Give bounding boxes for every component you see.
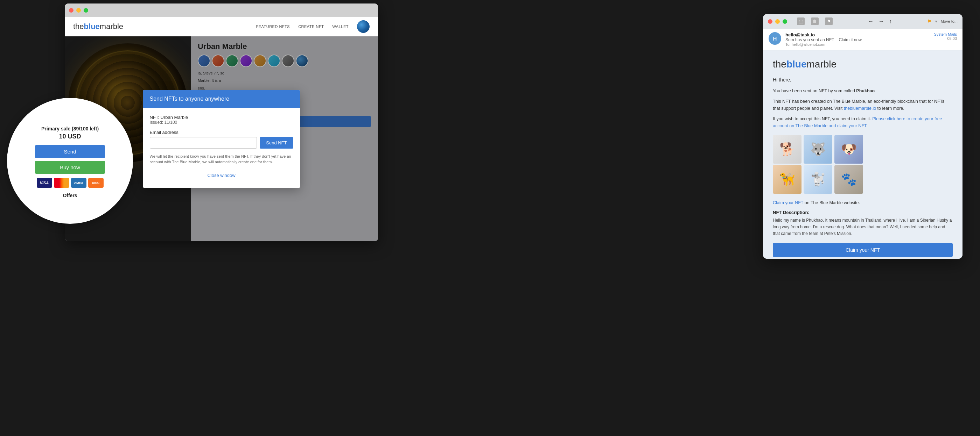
site-logo: thebluemarble: [73, 22, 123, 31]
email-close-dot[interactable]: [768, 19, 772, 24]
modal-issued: Issued: 11/100: [150, 120, 293, 125]
modal-email-row: Send NFT: [150, 137, 293, 149]
dog-face-5: 🐩: [803, 165, 832, 194]
nav-back-icon[interactable]: ←: [868, 18, 873, 24]
modal-helper-text: We will let the recipient know you have …: [150, 154, 293, 165]
browser-titlebar: [65, 3, 378, 17]
nft-image-grid: 🐕 🐺 🐶 🦮 🐩 🐾: [773, 135, 864, 194]
nav-featured-nfts[interactable]: FEATURED NFTS: [256, 24, 290, 29]
trash-icon[interactable]: 🗑: [811, 17, 819, 25]
claim-nft-link[interactable]: Claim your NFT: [773, 200, 803, 205]
nft-desc-text: Hello my name is Phukhao. It means mount…: [773, 217, 953, 238]
close-dot[interactable]: [69, 8, 73, 13]
flag-marker-icon: ⚑: [927, 19, 932, 24]
email-time: 08:03: [934, 36, 957, 41]
zoom-buy-button[interactable]: Buy now: [35, 161, 105, 174]
nav-forward-icon[interactable]: →: [878, 18, 884, 24]
email-para3: If you wish to accept this NFT, you need…: [773, 116, 953, 129]
email-minimize-dot[interactable]: [775, 19, 780, 24]
dog-face-1: 🐕: [773, 135, 802, 163]
modal-close-link[interactable]: Close window: [150, 170, 293, 181]
send-nft-modal: Send NFTs to anyone anywhere NFT: Urban …: [143, 90, 300, 188]
nft-grid-cell-5: 🐩: [803, 165, 832, 194]
nav-share-icon[interactable]: ↑: [889, 18, 892, 24]
maximize-dot[interactable]: [84, 8, 88, 13]
modal-send-nft-button[interactable]: Send NFT: [260, 137, 293, 149]
logo-blue-part: blue: [84, 22, 100, 31]
email-para4: Claim your NFT on The Blue Marble websit…: [773, 199, 953, 206]
email-maximize-dot[interactable]: [783, 19, 787, 24]
modal-email-input[interactable]: [150, 137, 257, 149]
zoom-primary-sale: Primary sale (89/100 left): [41, 126, 99, 132]
zoom-circle: Primary sale (89/100 left) 10 USD Send B…: [7, 98, 133, 224]
globe-icon[interactable]: [357, 20, 370, 33]
dog-face-3: 🐶: [834, 135, 863, 163]
nft-grid-cell-4: 🦮: [773, 165, 802, 194]
sender-avatar: H: [768, 32, 781, 45]
email-titlebar-actions: ⬚ 🗑 ⚑: [797, 17, 833, 25]
email-meta-bar: H hello@task.io Som has you sent an NFT …: [763, 29, 963, 50]
zoom-mc-icon: [54, 178, 69, 188]
zoom-offers: Offers: [63, 193, 77, 198]
email-meta-right: System Mails 08:03: [934, 32, 957, 41]
zoom-price: 10 USD: [59, 133, 81, 140]
system-mail-label: System Mails: [934, 32, 957, 36]
email-to: To: hello@aliceriot.com: [785, 42, 930, 46]
zoom-visa-icon: VISA: [37, 178, 52, 188]
email-window: ⬚ 🗑 ⚑ ← → ↑ ⚑ ▼ Move to... H hello@task.…: [763, 14, 963, 259]
email-from: hello@task.io: [785, 32, 930, 37]
email-meta-info: hello@task.io Som has you sent an NFT – …: [785, 32, 930, 46]
nft-grid-cell-6: 🐾: [834, 165, 863, 194]
nft-grid-cell-3: 🐶: [834, 135, 863, 163]
email-logo-blue: blue: [786, 59, 807, 70]
email-greeting: Hi there,: [773, 77, 953, 82]
email-body: thebluemarble Hi there, You have been se…: [763, 50, 963, 259]
nft-grid-cell-1: 🐕: [773, 135, 802, 163]
archive-icon[interactable]: ⬚: [797, 17, 805, 25]
bluemarble-link[interactable]: thebluemarble.io: [844, 106, 876, 111]
email-logo: thebluemarble: [773, 59, 953, 70]
nav-create-nft[interactable]: CREATE NFT: [298, 24, 324, 29]
move-to-label[interactable]: Move to...: [941, 19, 958, 24]
nft-name-bold: Phukhao: [856, 89, 875, 94]
flag-icon-toolbar[interactable]: ⚑: [825, 17, 833, 25]
zoom-send-button[interactable]: Send: [35, 145, 105, 158]
modal-nft-name: NFT: Urban Marble: [150, 115, 293, 120]
zoom-payment-icons: VISA AMEX DISC: [37, 178, 103, 188]
claim-nft-button[interactable]: Claim your NFT: [773, 243, 953, 257]
email-subject: Som has you sent an NFT – Claim it now: [785, 37, 930, 42]
minimize-dot[interactable]: [76, 8, 81, 13]
site-nav: thebluemarble FEATURED NFTS CREATE NFT W…: [65, 17, 378, 36]
email-nav-icons: ← → ↑: [868, 18, 892, 24]
dog-face-6: 🐾: [834, 165, 863, 194]
modal-email-label: Email address: [150, 130, 293, 135]
nft-grid-cell-2: 🐺: [803, 135, 832, 163]
modal-body: NFT: Urban Marble Issued: 11/100 Email a…: [143, 108, 300, 188]
zoom-amex-icon: AMEX: [71, 178, 86, 188]
email-titlebar: ⬚ 🗑 ⚑ ← → ↑ ⚑ ▼ Move to...: [763, 14, 963, 29]
modal-header: Send NFTs to anyone anywhere: [143, 90, 300, 108]
nav-wallet[interactable]: WALLET: [332, 24, 348, 29]
zoom-disc-icon: DISC: [88, 178, 103, 188]
dog-face-4: 🦮: [773, 165, 802, 194]
dog-face-2: 🐺: [803, 135, 832, 163]
site-nav-links: FEATURED NFTS CREATE NFT WALLET: [256, 20, 370, 33]
email-para2: This NFT has been created on The Blue Ma…: [773, 98, 953, 112]
email-para1: You have been sent an NFT by som called …: [773, 87, 953, 94]
nft-desc-title: NFT Description:: [773, 210, 953, 215]
